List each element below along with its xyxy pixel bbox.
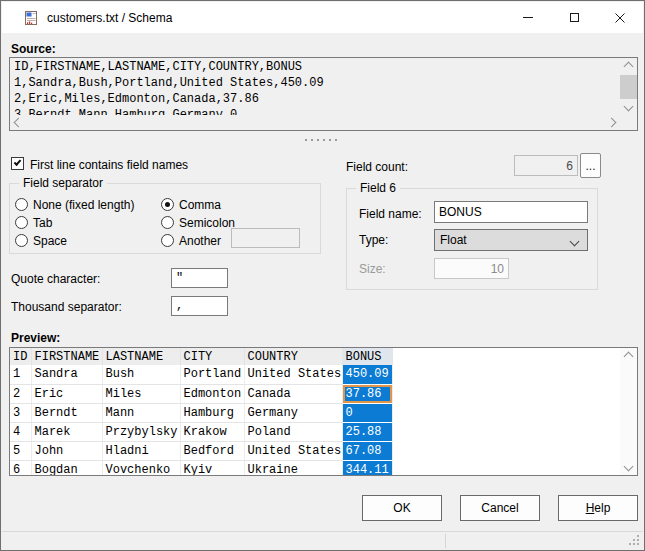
chevron-left-icon <box>14 118 24 128</box>
table-cell[interactable]: 6 <box>10 460 31 476</box>
source-vertical-scrollbar[interactable] <box>620 58 637 115</box>
help-button-label: Help <box>586 501 611 515</box>
table-cell-selected[interactable]: 0 <box>342 403 392 422</box>
table-row: 5 John Hladni Bedford United States 67.0… <box>10 441 392 460</box>
radio-semicolon[interactable] <box>161 216 174 229</box>
scroll-down-button[interactable] <box>620 100 637 113</box>
field-group-legend: Field 6 <box>356 181 400 195</box>
table-cell[interactable]: 1 <box>10 365 31 384</box>
table-cell[interactable]: Kyiv <box>180 460 244 476</box>
table-cell[interactable]: Bush <box>102 365 180 384</box>
table-cell[interactable]: Bedford <box>180 441 244 460</box>
table-cell[interactable]: Mann <box>102 403 180 422</box>
table-cell[interactable]: Bogdan <box>31 460 102 476</box>
column-header-lastname[interactable]: LASTNAME <box>102 348 180 365</box>
table-cell[interactable]: Canada <box>244 384 342 403</box>
another-separator-input[interactable] <box>231 228 300 248</box>
help-button[interactable]: Help <box>558 495 638 521</box>
table-cell[interactable]: Vovchenko <box>102 460 180 476</box>
radio-semicolon-label[interactable]: Semicolon <box>179 216 235 230</box>
table-cell[interactable]: 5 <box>10 441 31 460</box>
table-row: 2 Eric Miles Edmonton Canada 37.86 <box>10 384 392 403</box>
quote-character-label: Quote character: <box>11 272 100 286</box>
radio-comma[interactable] <box>161 198 174 211</box>
radio-comma-label[interactable]: Comma <box>179 198 221 212</box>
scroll-up-button[interactable] <box>620 60 637 73</box>
quote-character-input[interactable] <box>171 268 228 288</box>
scroll-left-button[interactable] <box>12 115 25 130</box>
radio-space-label[interactable]: Space <box>33 234 67 248</box>
radio-none-label[interactable]: None (fixed length) <box>33 198 134 212</box>
radio-another-label[interactable]: Another <box>179 234 221 248</box>
table-cell-selected[interactable]: 67.08 <box>342 441 392 460</box>
table-cell[interactable]: Hamburg <box>180 403 244 422</box>
table-cell[interactable]: 3 <box>10 403 31 422</box>
resize-grip[interactable] <box>637 543 639 545</box>
more-fields-button[interactable]: ... <box>580 153 601 178</box>
table-cell[interactable]: Eric <box>31 384 102 403</box>
maximize-button[interactable] <box>551 2 597 33</box>
table-cell[interactable]: Krakow <box>180 422 244 441</box>
cancel-button[interactable]: Cancel <box>460 495 540 521</box>
column-header-city[interactable]: CITY <box>180 348 244 365</box>
source-textarea[interactable]: ID,FIRSTNAME,LASTNAME,CITY,COUNTRY,BONUS… <box>9 57 638 131</box>
schema-dialog: customers.txt / Schema Source: ID,FIRSTN… <box>0 0 645 551</box>
close-button[interactable] <box>597 2 643 33</box>
type-select[interactable]: Float <box>434 229 588 251</box>
scroll-right-button[interactable] <box>605 115 618 130</box>
source-horizontal-scrollbar[interactable] <box>10 115 620 130</box>
splitter-handle[interactable] <box>305 139 337 141</box>
source-line: 2,Eric,Miles,Edmonton,Canada,37.86 <box>14 92 624 108</box>
radio-tab[interactable] <box>15 216 28 229</box>
table-cell[interactable]: Marek <box>31 422 102 441</box>
ok-button[interactable]: OK <box>362 495 442 521</box>
cancel-button-label: Cancel <box>481 501 518 515</box>
column-header-firstname[interactable]: FIRSTNAME <box>31 348 102 365</box>
table-cell[interactable]: United States <box>244 441 342 460</box>
table-cell[interactable]: Berndt <box>31 403 102 422</box>
table-cell[interactable]: Ukraine <box>244 460 342 476</box>
table-cell-focused[interactable]: 37.86 <box>342 384 392 403</box>
table-cell[interactable]: Hladni <box>102 441 180 460</box>
scrollbar-thumb[interactable] <box>620 75 637 99</box>
preview-label: Preview: <box>11 331 60 345</box>
first-line-checkbox[interactable] <box>11 157 24 170</box>
column-header-bonus[interactable]: BONUS <box>342 348 392 365</box>
close-icon <box>615 13 625 23</box>
table-cell[interactable]: Miles <box>102 384 180 403</box>
table-cell[interactable]: Portland <box>180 365 244 384</box>
table-row: 1 Sandra Bush Portland United States 450… <box>10 365 392 384</box>
table-cell[interactable]: Przybylsky <box>102 422 180 441</box>
table-cell[interactable]: John <box>31 441 102 460</box>
table-cell-selected[interactable]: 450.09 <box>342 365 392 384</box>
radio-space[interactable] <box>15 234 28 247</box>
scroll-up-button[interactable] <box>620 350 637 363</box>
table-cell-selected[interactable]: 25.88 <box>342 422 392 441</box>
radio-none-fixed-length[interactable] <box>15 198 28 211</box>
radio-tab-label[interactable]: Tab <box>33 216 52 230</box>
table-cell[interactable]: Poland <box>244 422 342 441</box>
table-cell[interactable]: Germany <box>244 403 342 422</box>
table-row: 3 Berndt Mann Hamburg Germany 0 <box>10 403 392 422</box>
first-line-checkbox-label[interactable]: First line contains field names <box>30 158 188 172</box>
thousand-separator-input[interactable] <box>171 296 228 316</box>
schema-file-icon <box>23 10 39 26</box>
minimize-button[interactable] <box>505 2 551 33</box>
window-title: customers.txt / Schema <box>47 11 172 25</box>
table-cell[interactable]: 4 <box>10 422 31 441</box>
radio-another[interactable] <box>161 234 174 247</box>
preview-vertical-scrollbar[interactable] <box>620 348 637 475</box>
column-header-country[interactable]: COUNTRY <box>244 348 342 365</box>
field-name-input[interactable] <box>434 201 588 223</box>
table-cell[interactable]: Sandra <box>31 365 102 384</box>
table-cell[interactable]: United States <box>244 365 342 384</box>
source-line: ID,FIRSTNAME,LASTNAME,CITY,COUNTRY,BONUS <box>14 60 624 76</box>
preview-table[interactable]: ID FIRSTNAME LASTNAME CITY COUNTRY BONUS… <box>10 348 393 476</box>
table-cell[interactable]: 2 <box>10 384 31 403</box>
table-cell-selected[interactable]: 344.11 <box>342 460 392 476</box>
size-label: Size: <box>359 262 386 276</box>
header-row: ID FIRSTNAME LASTNAME CITY COUNTRY BONUS <box>10 348 392 365</box>
column-header-id[interactable]: ID <box>10 348 31 365</box>
scroll-down-button[interactable] <box>620 460 637 473</box>
table-cell[interactable]: Edmonton <box>180 384 244 403</box>
